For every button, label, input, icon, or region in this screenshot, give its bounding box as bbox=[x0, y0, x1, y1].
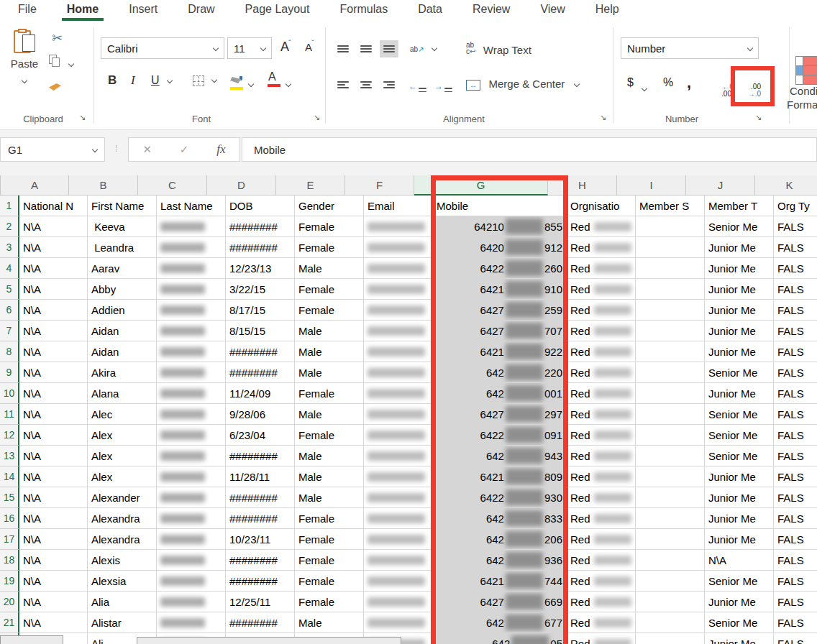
cell-D16[interactable]: ######## bbox=[226, 508, 295, 529]
name-box[interactable]: G1 bbox=[0, 137, 105, 162]
cell-E21[interactable]: Male bbox=[295, 612, 364, 633]
cell-B8[interactable]: Aidan bbox=[88, 341, 157, 362]
cell-K19[interactable]: FALS bbox=[774, 571, 817, 592]
cell-I15[interactable] bbox=[636, 487, 705, 508]
decrease-decimal-button[interactable]: .00→.0 bbox=[741, 76, 761, 105]
column-header-H[interactable]: H bbox=[548, 175, 617, 196]
column-header-A[interactable]: A bbox=[1, 175, 69, 196]
cell-D7[interactable]: 8/15/15 bbox=[226, 321, 295, 341]
cell-C6[interactable] bbox=[157, 300, 226, 321]
conditional-formatting-label-1[interactable]: Condi bbox=[790, 85, 817, 97]
cell-E9[interactable]: Male bbox=[295, 362, 364, 383]
row-header-8[interactable]: 8 bbox=[0, 341, 19, 362]
cell-K16[interactable]: FALS bbox=[774, 508, 817, 529]
cell-D1[interactable]: DOB bbox=[226, 196, 295, 216]
cell-H5[interactable]: Red bbox=[567, 279, 636, 300]
cell-F16[interactable] bbox=[364, 508, 433, 529]
cell-J3[interactable]: Junior Me bbox=[705, 237, 774, 258]
cell-B5[interactable]: Abby bbox=[88, 279, 157, 300]
row-header-10[interactable]: 10 bbox=[0, 383, 19, 404]
middle-align-button[interactable] bbox=[357, 40, 375, 58]
column-header-G[interactable]: G bbox=[414, 175, 548, 196]
copy-dropdown-chevron[interactable] bbox=[68, 61, 74, 67]
cell-C14[interactable] bbox=[157, 466, 226, 487]
cell-F19[interactable] bbox=[364, 571, 433, 592]
cell-B18[interactable]: Alexis bbox=[88, 550, 157, 571]
cell-G20[interactable]: 6427669 bbox=[433, 592, 567, 612]
cell-J4[interactable]: Junior Me bbox=[705, 258, 774, 279]
cell-J13[interactable]: Senior Me bbox=[705, 446, 774, 466]
cell-H9[interactable]: Red bbox=[567, 362, 636, 383]
cell-E19[interactable]: Female bbox=[295, 571, 364, 592]
cell-A2[interactable]: N\A bbox=[19, 216, 88, 237]
cell-J15[interactable]: Junior Me bbox=[705, 487, 774, 508]
cell-K20[interactable]: FALS bbox=[774, 592, 817, 612]
row-header-9[interactable]: 9 bbox=[0, 362, 19, 383]
tab-review[interactable]: Review bbox=[457, 0, 525, 22]
cell-C2[interactable] bbox=[157, 216, 226, 237]
cell-B13[interactable]: Alex bbox=[88, 446, 157, 466]
cell-I12[interactable] bbox=[636, 425, 705, 446]
fill-color-dropdown-chevron[interactable] bbox=[249, 78, 253, 91]
cell-E7[interactable]: Male bbox=[295, 321, 364, 341]
cell-D18[interactable]: ######## bbox=[226, 550, 295, 571]
row-header-14[interactable]: 14 bbox=[0, 466, 19, 487]
row-header-15[interactable]: 15 bbox=[0, 487, 19, 508]
cell-K17[interactable]: FALS bbox=[774, 529, 817, 550]
cell-C15[interactable] bbox=[157, 487, 226, 508]
cell-A4[interactable]: N\A bbox=[19, 258, 88, 279]
cell-A13[interactable]: N\A bbox=[19, 446, 88, 466]
cell-C9[interactable] bbox=[157, 362, 226, 383]
cell-K11[interactable]: FALS bbox=[774, 404, 817, 425]
cell-F5[interactable] bbox=[364, 279, 433, 300]
column-header-K[interactable]: K bbox=[755, 175, 817, 196]
cell-J20[interactable]: Junior Me bbox=[705, 592, 774, 612]
cell-K22[interactable]: FALS bbox=[774, 633, 817, 644]
cell-F6[interactable] bbox=[364, 300, 433, 321]
row-header-12[interactable]: 12 bbox=[0, 425, 19, 446]
cell-I14[interactable] bbox=[636, 466, 705, 487]
column-header-D[interactable]: D bbox=[207, 175, 276, 196]
bottom-align-button[interactable] bbox=[380, 40, 398, 58]
underline-dropdown-chevron[interactable] bbox=[167, 78, 173, 83]
cell-A6[interactable]: N\A bbox=[19, 300, 88, 321]
cell-H8[interactable]: Red bbox=[567, 341, 636, 362]
cell-C21[interactable] bbox=[157, 612, 226, 633]
cell-C5[interactable] bbox=[157, 279, 226, 300]
cell-G11[interactable]: 6427297 bbox=[433, 404, 567, 425]
column-header-E[interactable]: E bbox=[276, 175, 345, 196]
cell-I11[interactable] bbox=[636, 404, 705, 425]
cell-E12[interactable]: Female bbox=[295, 425, 364, 446]
cell-B15[interactable]: Alexander bbox=[88, 487, 157, 508]
tab-page-layout[interactable]: Page Layout bbox=[230, 0, 325, 22]
row-header-21[interactable]: 21 bbox=[0, 612, 19, 633]
cell-H21[interactable]: Red bbox=[567, 612, 636, 633]
cell-J17[interactable]: Junior Me bbox=[705, 529, 774, 550]
column-header-I[interactable]: I bbox=[617, 175, 686, 196]
cell-A8[interactable]: N\A bbox=[19, 341, 88, 362]
wrap-text-button[interactable]: ab c↩ Wrap Text bbox=[466, 42, 531, 57]
row-header-17[interactable]: 17 bbox=[0, 529, 19, 550]
cell-C19[interactable] bbox=[157, 571, 226, 592]
cell-D19[interactable]: ######## bbox=[226, 571, 295, 592]
cell-D8[interactable]: ######## bbox=[226, 341, 295, 362]
cell-H17[interactable]: Red bbox=[567, 529, 636, 550]
cell-K8[interactable]: FALS bbox=[774, 341, 817, 362]
font-dialog-launcher-icon[interactable]: ↘ bbox=[314, 113, 320, 122]
cell-E11[interactable]: Male bbox=[295, 404, 364, 425]
cell-G7[interactable]: 6427707 bbox=[433, 321, 567, 341]
cell-D5[interactable]: 3/22/15 bbox=[226, 279, 295, 300]
cell-G2[interactable]: 64210855 bbox=[433, 216, 567, 237]
cell-E8[interactable]: Male bbox=[295, 341, 364, 362]
cell-D14[interactable]: 11/28/11 bbox=[226, 466, 295, 487]
cell-I9[interactable] bbox=[636, 362, 705, 383]
cell-H4[interactable]: Red bbox=[567, 258, 636, 279]
orientation-dropdown-chevron[interactable] bbox=[432, 45, 437, 51]
align-right-button[interactable] bbox=[380, 76, 398, 93]
cell-E10[interactable]: Female bbox=[295, 383, 364, 404]
accounting-dropdown-chevron[interactable] bbox=[642, 82, 647, 95]
cell-I8[interactable] bbox=[636, 341, 705, 362]
column-header-F[interactable]: F bbox=[345, 175, 414, 196]
paste-button[interactable]: Paste bbox=[6, 27, 43, 106]
tab-view[interactable]: View bbox=[525, 0, 580, 22]
